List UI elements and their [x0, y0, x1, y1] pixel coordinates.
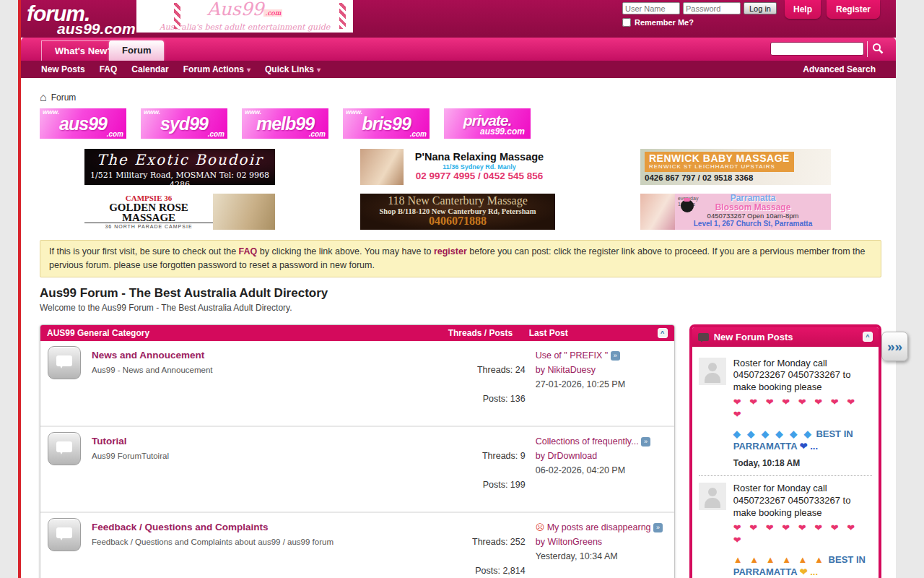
last-post-title-link[interactable]: My posts are disappearng: [547, 522, 651, 532]
register-button[interactable]: Register: [827, 0, 880, 19]
register-link[interactable]: register: [434, 246, 467, 256]
last-post-title-link[interactable]: Collections of frequently...: [536, 436, 639, 447]
forum-description: Aus99 - News and Annoucement: [92, 366, 440, 374]
last-post-date: 27-01-2026, 10:25 PM: [536, 377, 667, 392]
speech-bubble-icon: [698, 333, 709, 341]
angry-emoji-icon: ☹: [536, 522, 545, 532]
forum-stats: Threads: 252 Posts: 2,814: [440, 518, 526, 578]
column-threads-posts: Threads / Posts: [448, 328, 529, 338]
page-content: ⌂ Forum www. aus99 .com www. syd99 .com …: [21, 78, 896, 578]
search-icon: [872, 46, 884, 56]
avatar: [699, 358, 726, 385]
breadcrumb: ⌂ Forum: [40, 92, 881, 103]
ad-renwick-massage[interactable]: RENWICK BABY MASSAGE RENWICK ST LEICHHAR…: [640, 149, 831, 185]
sidebar-title: New Forum Posts: [714, 332, 858, 342]
ad-canterbury-massage[interactable]: 118 New Canterbury Massage Shop B/118-12…: [360, 194, 555, 230]
help-button[interactable]: Help: [785, 0, 821, 19]
forum-last-post: Collections of frequently... » by DrDown…: [526, 432, 667, 506]
breadcrumb-forum-link[interactable]: Forum: [51, 92, 77, 103]
double-chevron-right-icon: »: [887, 339, 895, 354]
nav-faq[interactable]: FAQ: [100, 64, 118, 74]
forum-title-link[interactable]: News and Annoucement: [92, 350, 204, 361]
sidebar-post[interactable]: Roster for Monday call 0450723267 045073…: [699, 475, 872, 578]
remember-me: Remember Me?: [622, 18, 777, 27]
goto-last-post-icon[interactable]: »: [653, 523, 663, 532]
home-icon[interactable]: ⌂: [40, 93, 47, 102]
search-input[interactable]: [770, 42, 864, 56]
forum-last-post: Use of " PREFIX " » by NikitaDuesy 27-01…: [526, 346, 667, 420]
collapse-icon[interactable]: ^: [863, 332, 873, 342]
page-subtitle: Welcome to the Aus99 Forum - The Best Au…: [40, 303, 881, 313]
forum-title-link[interactable]: Tutorial: [92, 436, 127, 447]
collapse-icon[interactable]: ^: [658, 328, 668, 338]
main-tab-bar: What's New? Forum: [21, 38, 896, 61]
first-visit-notice: If this is your first visit, be sure to …: [40, 240, 881, 277]
goto-last-post-icon[interactable]: »: [611, 351, 620, 361]
faq-link[interactable]: FAQ: [239, 246, 258, 256]
banner-private-aus99[interactable]: private. aus99.com: [444, 108, 531, 139]
ad-blossom-massage[interactable]: everyday10 Girls Parramatta Blossom Mass…: [640, 194, 831, 230]
last-post-date: Yesterday, 10:34 AM: [536, 549, 667, 564]
banner-tagline: Australia's best adult entertainment gui…: [136, 22, 353, 32]
logo-line2: aus99.com: [57, 20, 136, 38]
password-input[interactable]: [683, 2, 741, 14]
search-button[interactable]: [867, 41, 887, 57]
ad-photo: [360, 149, 404, 185]
heart-icon: ❤ ...: [800, 441, 818, 452]
remember-me-checkbox[interactable]: [622, 18, 631, 27]
nav-new-posts[interactable]: New Posts: [41, 64, 85, 74]
banner-melb99[interactable]: www. melb99 .com: [242, 108, 328, 139]
forum-row: Tutorial Aus99 ForumTutoiral Threads: 9 …: [40, 426, 674, 512]
post-time: Today, 10:18 AM: [733, 458, 872, 470]
ad-golden-rose-massage[interactable]: CAMPSIE 36 GOLDEN ROSE MASSAGE 36 NORTH …: [84, 194, 275, 230]
sub-nav: New Posts FAQ Calendar Forum Actions▾ Qu…: [21, 61, 896, 78]
double-chevron-right-icon: »: [895, 339, 903, 354]
remember-me-label: Remember Me?: [635, 18, 694, 27]
new-forum-posts-sidebar: New Forum Posts ^ Roster for Monday call…: [689, 324, 881, 578]
tab-forum[interactable]: Forum: [109, 40, 164, 61]
banner-syd99[interactable]: www. syd99 .com: [141, 108, 227, 139]
forum-stats: Threads: 24 Posts: 136: [440, 346, 526, 420]
last-post-author-link[interactable]: by DrDownload: [536, 449, 667, 463]
last-post-author-link[interactable]: by WiltonGreens: [536, 535, 667, 549]
forum-title-link[interactable]: Feedback / Questions and Complaints: [92, 522, 269, 532]
heart-icon: ❤ ...: [800, 566, 818, 577]
forum-description: Feedback / Questions and Complaints abou…: [92, 538, 440, 546]
post-text: Roster for Monday call 0450723267 045073…: [733, 483, 851, 518]
login-button[interactable]: Log in: [744, 2, 777, 14]
banner-aus99[interactable]: www. aus99 .com: [40, 108, 126, 139]
avatar: [699, 483, 726, 510]
banner-bris99[interactable]: www. bris99 .com: [343, 108, 430, 139]
header-banner-ad[interactable]: Aus99.com Australia's best adult enterta…: [136, 0, 353, 33]
nav-quick-links[interactable]: Quick Links▾: [265, 64, 321, 74]
nav-calendar[interactable]: Calendar: [131, 64, 168, 74]
nav-forum-actions[interactable]: Forum Actions▾: [183, 64, 250, 74]
forum-description: Aus99 ForumTutoiral: [92, 452, 440, 460]
goto-last-post-icon[interactable]: »: [641, 437, 650, 447]
page-title: Aus99 Forum - The Best Australia Adult D…: [40, 286, 881, 301]
category-aus99-general: AUS99 General Category Threads / Posts L…: [40, 324, 675, 578]
forum-bubble-icon: [48, 518, 81, 551]
forum-last-post: ☹ My posts are disappearng » by WiltonGr…: [526, 518, 667, 578]
advanced-search-link[interactable]: Advanced Search: [803, 64, 876, 74]
flame-icons: ▲ ▲ ▲ ▲ ▲ ▲: [733, 554, 826, 565]
site-logo[interactable]: forum. aus99.com: [27, 1, 136, 38]
ad-banners-grid: The Exotic Boudoir 1/521 Military Road, …: [84, 149, 881, 230]
chevron-down-icon: ▾: [317, 66, 321, 74]
last-post-author-link[interactable]: by NikitaDuesy: [536, 363, 667, 377]
sidebar-expand-button[interactable]: »»: [881, 332, 908, 361]
sidebar-post[interactable]: Roster for Monday call 0450723267 045073…: [699, 351, 872, 476]
last-post-title-link[interactable]: Use of " PREFIX ": [536, 350, 609, 361]
column-last-post: Last Post: [529, 328, 658, 338]
forum-bubble-icon: [48, 346, 81, 379]
banner-brand: Aus99.com: [136, 0, 353, 22]
blossom-logo-icon: [681, 199, 694, 212]
chevron-down-icon: ▾: [247, 66, 250, 74]
login-form: Log in Remember Me?: [622, 2, 777, 27]
ad-pnana-massage[interactable]: P'Nana Relaxing Massage 11/36 Sydney Rd.…: [360, 149, 555, 185]
ad-photo: [213, 194, 275, 230]
username-input[interactable]: [622, 2, 680, 14]
ad-exotic-boudoir[interactable]: The Exotic Boudoir 1/521 Military Road, …: [84, 149, 275, 185]
hearts-icons: ❤ ❤ ❤ ❤ ❤ ❤ ❤ ❤ ❤: [733, 397, 872, 421]
post-text: Roster for Monday call 0450723267 045073…: [733, 358, 851, 393]
